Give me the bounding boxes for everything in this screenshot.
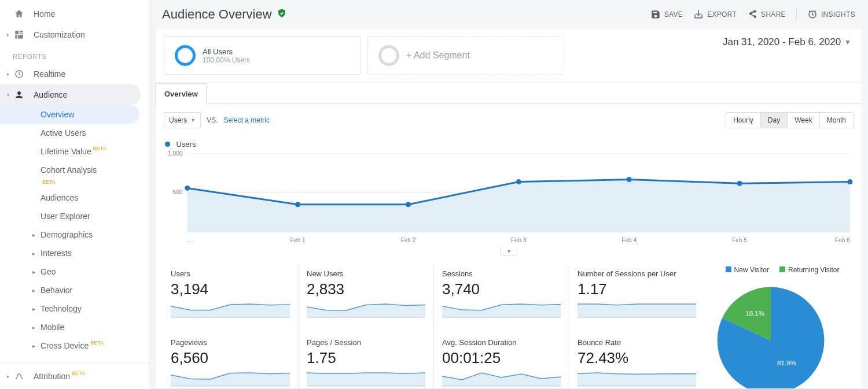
beta-badge: BETA [72, 371, 85, 376]
sidebar-subitem-behavior[interactable]: Behavior [0, 281, 149, 299]
metric-card-number-of-sessions-per-user[interactable]: Number of Sessions per User1.17 [569, 266, 704, 335]
svg-point-16 [406, 202, 411, 207]
metric-label: Pageviews [171, 338, 290, 347]
sidebar-subitem-label: Behavior [41, 286, 72, 295]
metric-card-pageviews[interactable]: Pageviews6,560 [163, 335, 298, 389]
reports-header: REPORTS [0, 45, 149, 64]
metric-sparkline [442, 371, 561, 387]
segment-circle-icon [175, 45, 196, 66]
visitor-pie-chart: 81.9%18.1% [710, 280, 832, 389]
sidebar: ▸Home▸Customization REPORTS ▸Realtime▾Au… [0, 0, 149, 389]
segment-subtitle: 100.00% Users [203, 56, 250, 64]
metric-selector[interactable]: Users ▼ [164, 112, 201, 128]
save-icon [650, 9, 661, 20]
sidebar-item-label: Home [34, 9, 55, 18]
metric-sparkline [442, 302, 561, 318]
users-line-chart: 5001,000…Feb 1Feb 2Feb 3Feb 4Feb 5Feb 6 [164, 150, 854, 246]
sidebar-subitem-audiences[interactable]: Audiences [0, 188, 149, 207]
sidebar-subitem-technology[interactable]: Technology [0, 299, 149, 318]
svg-point-14 [185, 186, 190, 191]
metric-value: 72.43% [578, 349, 696, 367]
svg-text:500: 500 [173, 190, 183, 196]
beta-badge: BETA [42, 179, 56, 185]
metric-card-new-users[interactable]: New Users2,833 [298, 266, 433, 335]
metric-card-bounce-rate[interactable]: Bounce Rate72.43% [569, 335, 704, 389]
svg-point-15 [295, 202, 300, 207]
sidebar-item-realtime[interactable]: ▸Realtime [0, 64, 149, 84]
dashboard-icon [13, 28, 25, 41]
sidebar-subitem-demographics[interactable]: Demographics [0, 225, 149, 244]
sidebar-subitem-label: Active Users [41, 128, 86, 138]
granularity-month[interactable]: Month [819, 113, 853, 128]
granularity-week[interactable]: Week [787, 113, 819, 128]
sidebar-subitem-active-users[interactable]: Active Users [0, 124, 149, 142]
chart-legend-label: Users [176, 140, 196, 149]
metric-label: Sessions [442, 269, 561, 278]
share-button[interactable]: SHARE [747, 9, 786, 20]
svg-text:Feb 6: Feb 6 [835, 237, 850, 243]
sidebar-subitem-label: Interests [41, 249, 72, 258]
export-icon [693, 9, 704, 20]
sidebar-subitem-label: Lifetime Value [41, 147, 91, 156]
export-button[interactable]: EXPORT [693, 9, 737, 20]
path-icon [13, 370, 25, 383]
sidebar-subitem-label: Geo [41, 267, 56, 276]
granularity-hourly[interactable]: Hourly [726, 113, 760, 128]
svg-text:Feb 5: Feb 5 [732, 237, 747, 243]
sidebar-item-attribution[interactable]: ▸ Attribution BETA [0, 366, 149, 387]
metric-card-avg-session-duration[interactable]: Avg. Session Duration00:01:25 [433, 335, 569, 389]
sidebar-subitem-user-explorer[interactable]: User Explorer [0, 207, 149, 225]
sidebar-subitem-cohort-analysis[interactable]: Cohort Analysis [0, 161, 149, 179]
svg-text:18.1%: 18.1% [745, 310, 764, 317]
metric-value: 6,560 [171, 349, 290, 367]
metric-sparkline [578, 302, 696, 318]
sidebar-subitem-label: Mobile [41, 323, 64, 332]
segment-all-users[interactable]: All Users 100.00% Users [164, 36, 361, 75]
date-range-picker[interactable]: Jan 31, 2020 - Feb 6, 2020 ▼ [723, 36, 851, 48]
svg-text:Feb 4: Feb 4 [621, 237, 637, 243]
add-segment-button[interactable]: + Add Segment [367, 36, 564, 75]
sidebar-item-home[interactable]: ▸Home [0, 3, 149, 24]
svg-point-18 [627, 177, 632, 182]
home-icon [13, 8, 25, 20]
svg-text:1,000: 1,000 [168, 150, 183, 157]
select-metric-link[interactable]: Select a metric [224, 116, 270, 124]
metric-sparkline [307, 371, 425, 387]
sidebar-item-label: Customization [34, 30, 85, 39]
svg-point-19 [737, 181, 742, 186]
sidebar-subitem-interests[interactable]: Interests [0, 244, 149, 262]
sidebar-subitem-lifetime-value[interactable]: Lifetime ValueBETA [0, 142, 149, 161]
sidebar-item-label: Audience [34, 90, 67, 99]
beta-badge: BETA [90, 340, 104, 346]
metric-sparkline [307, 302, 425, 318]
sidebar-subitem-label: Overview [41, 110, 74, 119]
sidebar-subitem-label: Audiences [41, 193, 78, 202]
insights-icon [807, 9, 818, 20]
tab-overview[interactable]: Overview [156, 83, 207, 104]
granularity-day[interactable]: Day [760, 113, 787, 128]
sidebar-subitem-cross-device[interactable]: Cross DeviceBETA [0, 336, 149, 355]
sidebar-subitem-mobile[interactable]: Mobile [0, 318, 149, 336]
beta-badge: BETA [93, 146, 106, 151]
insights-button[interactable]: INSIGHTS [807, 9, 855, 20]
verified-shield-icon [277, 8, 287, 21]
granularity-toggle: HourlyDayWeekMonth [726, 112, 854, 128]
metric-value: 1.75 [307, 349, 425, 367]
sidebar-subitem-overview[interactable]: Overview [0, 105, 139, 124]
metric-card-sessions[interactable]: Sessions3,740 [433, 266, 569, 335]
sidebar-item-customization[interactable]: ▸Customization [0, 24, 149, 45]
sidebar-subitem-geo[interactable]: Geo [0, 262, 149, 281]
sidebar-item-audience[interactable]: ▾Audience [0, 84, 141, 105]
svg-text:Feb 3: Feb 3 [511, 237, 526, 243]
sidebar-subitem-label: Cross Device [41, 341, 89, 350]
share-icon [747, 9, 757, 20]
save-button[interactable]: SAVE [650, 9, 683, 20]
metric-card-pages-session[interactable]: Pages / Session1.75 [298, 335, 433, 389]
metric-value: 2,833 [307, 280, 425, 298]
page-header: Audience Overview SAVE EXPORT SHARE INSI… [149, 0, 868, 28]
sidebar-subitem-label: Cohort Analysis [41, 165, 97, 175]
collapse-chart-button[interactable]: ▾ [500, 247, 517, 255]
metric-card-users[interactable]: Users3,194 [163, 266, 298, 335]
metric-value: 3,740 [442, 280, 561, 298]
chevron-down-icon: ▼ [190, 117, 196, 123]
